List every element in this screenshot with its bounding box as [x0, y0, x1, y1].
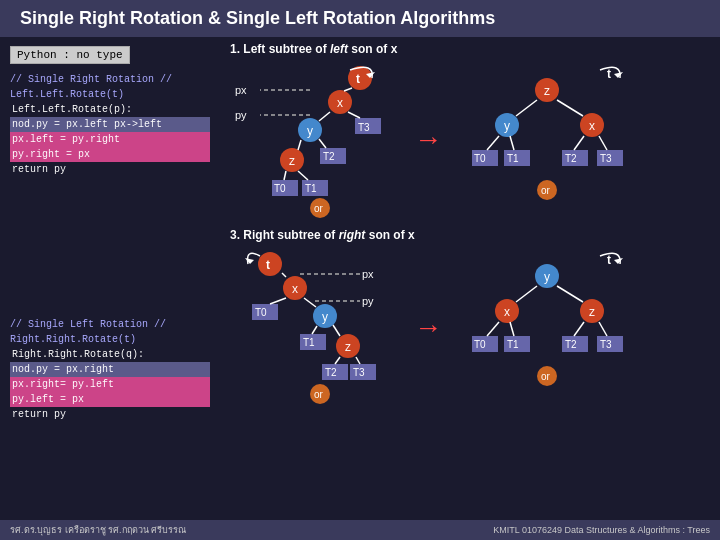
svg-line-81 [356, 357, 360, 364]
slide-title: Single Right Rotation & Single Left Rota… [20, 8, 495, 29]
top-code-block: // Single Right Rotation // Left.Left.Ro… [10, 72, 210, 177]
code-line-3: Left.Left.Rotate(p): [10, 102, 210, 117]
svg-text:or: or [314, 389, 324, 400]
svg-text:x: x [504, 305, 510, 319]
svg-text:T3: T3 [358, 122, 370, 133]
code-line-11: py.left = px [10, 392, 210, 407]
svg-line-63 [282, 273, 286, 277]
transform-arrow-top: → [420, 125, 437, 156]
svg-text:T3: T3 [600, 339, 612, 350]
svg-line-21 [319, 139, 326, 148]
code-line-10: px.right= py.left [10, 377, 210, 392]
footer-course: KMITL 01076249 Data Structures & Algorit… [493, 525, 710, 535]
svg-text:z: z [589, 305, 595, 319]
svg-line-96 [487, 322, 499, 336]
svg-line-39 [557, 100, 583, 116]
svg-text:T0: T0 [474, 339, 486, 350]
svg-text:T1: T1 [303, 337, 315, 348]
svg-line-93 [557, 286, 583, 302]
svg-text:or: or [541, 371, 551, 382]
svg-line-18 [298, 140, 301, 150]
svg-text:x: x [292, 282, 298, 296]
code-line-4: nod.py = px.left px->left [10, 117, 210, 132]
code-comment-3: // Single Left Rotation [10, 319, 148, 330]
svg-text:T3: T3 [600, 153, 612, 164]
svg-line-48 [574, 136, 584, 150]
left-panel: Python : no type // Single Right Rotatio… [0, 37, 220, 533]
content-area: Python : no type // Single Right Rotatio… [0, 37, 720, 533]
svg-line-72 [312, 326, 317, 334]
svg-text:t: t [266, 258, 270, 272]
svg-text:x: x [589, 119, 595, 133]
slide: Single Right Rotation & Single Left Rota… [0, 0, 720, 540]
svg-marker-85 [614, 258, 623, 264]
svg-text:t: t [356, 72, 360, 86]
svg-text:T2: T2 [325, 367, 337, 378]
svg-line-75 [333, 325, 340, 336]
svg-text:or: or [314, 203, 324, 214]
svg-line-69 [304, 298, 316, 307]
python-badge: Python : no type [10, 46, 130, 64]
svg-line-15 [348, 112, 360, 118]
section1-title: 1. Left subtree of left son of x [230, 42, 710, 56]
svg-text:T2: T2 [565, 339, 577, 350]
svg-line-9 [344, 88, 352, 91]
section3-title: 3. Right subtree of right son of x [230, 228, 710, 242]
svg-text:px: px [235, 84, 247, 96]
svg-line-42 [487, 136, 499, 150]
code-line-6: py.right = px [10, 147, 210, 162]
svg-text:z: z [289, 154, 295, 168]
tree-after-top: t z y x [452, 60, 642, 220]
svg-line-51 [599, 136, 607, 150]
svg-line-105 [599, 322, 607, 336]
svg-marker-60 [245, 258, 254, 264]
svg-line-27 [298, 171, 308, 180]
svg-text:t: t [607, 253, 611, 267]
svg-text:T2: T2 [565, 153, 577, 164]
svg-text:px: px [362, 268, 374, 280]
code-comment-1: // Single Right Rotation [10, 74, 154, 85]
svg-text:T1: T1 [305, 183, 317, 194]
svg-text:y: y [322, 310, 328, 324]
tree-after-bottom: t y x z T0 [452, 246, 642, 411]
footer: รศ.ดร.บุญธร เครือตราชู รศ.กฤตวน ศรีบรรณ … [0, 520, 720, 540]
tree-before-top: px py t x y [230, 60, 405, 220]
svg-text:T0: T0 [474, 153, 486, 164]
right-panel: 1. Left subtree of left son of x px py t [220, 37, 720, 533]
code-line-8: Right.Right.Rotate(q): [10, 347, 210, 362]
svg-text:y: y [504, 119, 510, 133]
svg-line-12 [319, 112, 330, 121]
code-line-7: return py [10, 162, 210, 177]
svg-text:py: py [235, 109, 247, 121]
svg-text:z: z [544, 84, 550, 98]
code-line-9: nod.py = px.right [10, 362, 210, 377]
svg-text:z: z [345, 340, 351, 354]
svg-text:x: x [337, 96, 343, 110]
tree-before-bottom: px py t x T0 [230, 246, 405, 411]
top-diagrams: px py t x y [230, 60, 710, 220]
svg-line-36 [516, 100, 537, 116]
svg-point-58 [258, 252, 282, 276]
svg-line-45 [510, 136, 514, 150]
footer-authors: รศ.ดร.บุญธร เครือตราชู รศ.กฤตวน ศรีบรรณ [10, 523, 186, 537]
svg-text:T0: T0 [274, 183, 286, 194]
svg-text:T0: T0 [255, 307, 267, 318]
bottom-diagrams: px py t x T0 [230, 246, 710, 411]
code-line-5: px.left = py.right [10, 132, 210, 147]
svg-text:T1: T1 [507, 153, 519, 164]
svg-text:T1: T1 [507, 339, 519, 350]
svg-line-66 [270, 298, 286, 304]
svg-text:t: t [607, 67, 611, 81]
svg-text:T3: T3 [353, 367, 365, 378]
svg-line-24 [284, 171, 286, 180]
code-line-12: return py [10, 407, 210, 422]
svg-line-78 [335, 357, 340, 364]
section1-label: 1. Left subtree of left son of x [230, 42, 397, 56]
svg-line-102 [574, 322, 584, 336]
svg-text:y: y [544, 270, 550, 284]
section3-label: 3. Right subtree of right son of x [230, 228, 415, 242]
svg-text:py: py [362, 295, 374, 307]
svg-text:or: or [541, 185, 551, 196]
svg-text:T2: T2 [323, 151, 335, 162]
transform-arrow-bottom: → [420, 313, 437, 344]
